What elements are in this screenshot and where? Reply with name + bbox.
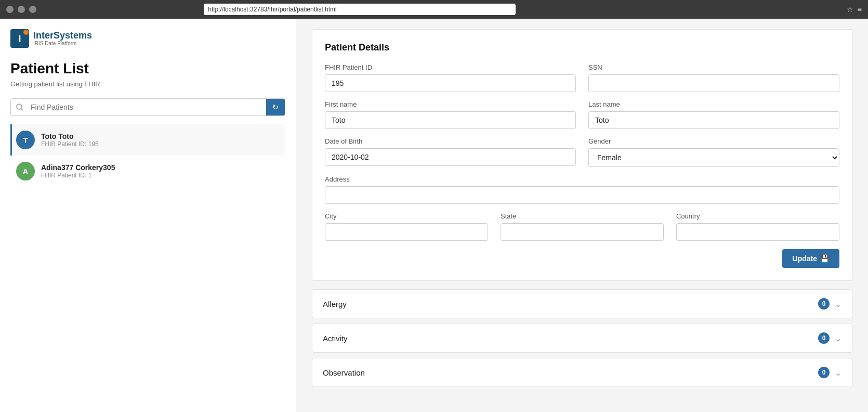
url-text: http://localhost:32783/fhir/portal/patie… [208, 6, 336, 13]
country-input[interactable] [676, 223, 839, 241]
dob-label: Date of Birth [325, 137, 576, 145]
page-subtitle: Getting patient list using FHIR. [10, 80, 285, 88]
form-row-dob-gender: Date of Birth Gender FemaleMaleOtherUnkn… [325, 137, 839, 167]
form-row-city-state-country: City State Country [325, 212, 839, 241]
form-group-lastname: Last name [588, 100, 839, 129]
ssn-input[interactable] [588, 74, 839, 92]
collapsible-sections: Allergy 0 ⌄ Activity 0 ⌄ Observation 0 ⌄ [312, 289, 852, 387]
form-group-firstname: First name [325, 100, 576, 129]
reload-button[interactable] [29, 6, 36, 13]
forward-button[interactable] [18, 6, 25, 13]
gender-select[interactable]: FemaleMaleOtherUnknown [588, 148, 839, 167]
brand: I InterSystems IRIS Data Platform [10, 29, 285, 48]
svg-point-2 [23, 30, 29, 35]
collapsible-title: Observation [323, 368, 365, 377]
update-label: Update [793, 254, 817, 263]
brand-sub: IRIS Data Platform [33, 41, 92, 46]
firstname-input[interactable] [325, 111, 576, 129]
svg-text:I: I [18, 34, 21, 44]
fhir-id-label: FHIR Patient ID [325, 63, 576, 71]
form-row-id-ssn: FHIR Patient ID SSN [325, 63, 839, 92]
browser-toolbar: ☆ ≡ [847, 5, 862, 14]
patient-fhir-id: FHIR Patient ID: 1 [41, 172, 115, 179]
svg-line-4 [21, 109, 23, 110]
country-label: Country [676, 212, 839, 220]
patient-avatar: A [16, 162, 35, 181]
city-label: City [325, 212, 488, 220]
count-badge: 0 [818, 332, 830, 344]
brand-text: InterSystems IRIS Data Platform [33, 31, 92, 47]
patient-details-card: Patient Details FHIR Patient ID SSN Firs… [312, 29, 852, 281]
collapsible-title: Allergy [323, 300, 347, 308]
address-label: Address [325, 175, 839, 183]
collapsible-title: Activity [323, 334, 348, 343]
form-group-state: State [501, 212, 664, 241]
state-label: State [501, 212, 664, 220]
collapsible-right: 0 ⌄ [818, 367, 841, 378]
count-badge: 0 [818, 298, 830, 310]
address-bar[interactable]: http://localhost:32783/fhir/portal/patie… [204, 4, 516, 15]
update-button[interactable]: Update 💾 [782, 249, 839, 268]
patient-fhir-id: FHIR Patient ID: 195 [41, 140, 99, 148]
patient-list-item[interactable]: T Toto Toto FHIR Patient ID: 195 [10, 124, 285, 156]
patient-info: Adina377 Corkery305 FHIR Patient ID: 1 [41, 163, 115, 179]
chevron-down-icon: ⌄ [835, 333, 841, 343]
count-badge: 0 [818, 367, 830, 378]
patient-name: Adina377 Corkery305 [41, 163, 115, 172]
patient-list-item[interactable]: A Adina377 Corkery305 FHIR Patient ID: 1 [10, 156, 285, 187]
form-group-country: Country [676, 212, 839, 241]
lastname-label: Last name [588, 100, 839, 108]
collapsible-activity[interactable]: Activity 0 ⌄ [312, 324, 852, 353]
collapsible-allergy[interactable]: Allergy 0 ⌄ [312, 289, 852, 318]
form-group-gender: Gender FemaleMaleOtherUnknown [588, 137, 839, 167]
brand-logo-icon: I [10, 29, 29, 48]
form-actions: Update 💾 [325, 249, 839, 268]
form-row-names: First name Last name [325, 100, 839, 129]
browser-chrome: http://localhost:32783/fhir/portal/patie… [0, 0, 868, 19]
form-group-dob: Date of Birth [325, 137, 576, 167]
menu-icon: ≡ [858, 5, 862, 14]
gender-label: Gender [588, 137, 839, 145]
city-input[interactable] [325, 223, 488, 241]
patient-list: T Toto Toto FHIR Patient ID: 195 A Adina… [10, 124, 285, 187]
main-content: Patient Details FHIR Patient ID SSN Firs… [296, 19, 868, 412]
fhir-id-input[interactable] [325, 74, 576, 92]
dob-input[interactable] [325, 148, 576, 166]
refresh-icon: ↻ [272, 103, 279, 111]
patient-avatar: T [16, 131, 35, 149]
collapsible-right: 0 ⌄ [818, 332, 841, 344]
brand-name: InterSystems [33, 31, 92, 41]
state-input[interactable] [501, 223, 664, 241]
patient-info: Toto Toto FHIR Patient ID: 195 [41, 132, 99, 148]
search-icon [11, 99, 29, 115]
form-row-address: Address [325, 175, 839, 204]
lastname-input[interactable] [588, 111, 839, 129]
chevron-down-icon: ⌄ [835, 299, 841, 309]
ssn-label: SSN [588, 63, 839, 71]
form-group-ssn: SSN [588, 63, 839, 92]
chevron-down-icon: ⌄ [835, 368, 841, 378]
search-bar: ↻ [10, 98, 285, 116]
address-input[interactable] [325, 186, 839, 204]
refresh-button[interactable]: ↻ [266, 99, 285, 115]
form-group-fhir-id: FHIR Patient ID [325, 63, 576, 92]
form-group-city: City [325, 212, 488, 241]
page-title: Patient List [10, 60, 285, 77]
save-icon: 💾 [820, 254, 829, 263]
sidebar: I InterSystems IRIS Data Platform Patien… [0, 19, 296, 412]
patient-name: Toto Toto [41, 132, 99, 140]
form-group-address: Address [325, 175, 839, 204]
collapsible-observation[interactable]: Observation 0 ⌄ [312, 358, 852, 387]
bookmark-icon: ☆ [847, 5, 853, 14]
card-title: Patient Details [325, 42, 839, 53]
firstname-label: First name [325, 100, 576, 108]
search-input[interactable] [29, 99, 266, 115]
collapsible-right: 0 ⌄ [818, 298, 841, 310]
back-button[interactable] [6, 6, 14, 13]
